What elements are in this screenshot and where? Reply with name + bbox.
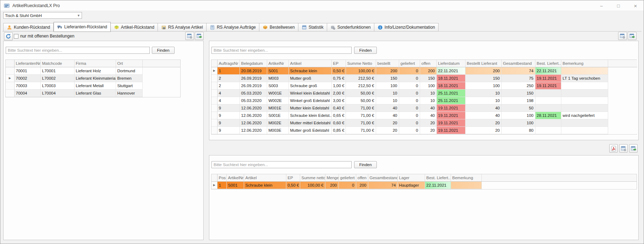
suppliers-find-button[interactable]: Finden <box>152 47 175 54</box>
table-row[interactable]: 226.09.2019M003Mutter groß0,75 €212,50 €… <box>211 74 637 82</box>
cell: 19.11.2021 <box>436 126 465 134</box>
column-header-ep[interactable]: EP <box>286 174 300 181</box>
column-header-matchcode[interactable]: Matchcode <box>40 60 74 67</box>
column-header-summe-netto[interactable]: Summe netto <box>300 174 325 181</box>
cell: S001E <box>267 112 288 119</box>
column-header-bestellt[interactable]: bestellt <box>376 60 399 67</box>
cell: 100,00 € <box>300 181 325 189</box>
table-row[interactable]: 912.06.2020M002EMutter mittel Edelstahl0… <box>211 119 637 126</box>
supplier-grid-settings-button[interactable] <box>185 32 194 40</box>
column-header-ort[interactable]: Ort <box>116 60 142 67</box>
column-header-auftragsnr[interactable]: AuftragsNr <box>217 60 240 67</box>
table-row[interactable]: 70004L70004Lieferant GlasHannover <box>6 89 180 97</box>
pdf-export-icon <box>611 146 617 152</box>
table-row[interactable]: 226.09.2019S003Schraube groß1,00 €212,50… <box>211 82 637 89</box>
tab-statistik[interactable]: Statistik <box>298 23 327 32</box>
row-filler <box>608 104 637 112</box>
column-header-bestellt-lieferant[interactable]: Bestellt Lieferant <box>465 60 501 67</box>
cell: 4 <box>217 97 240 104</box>
column-header-offen[interactable]: offen <box>356 174 368 181</box>
table-row[interactable]: 70001L70001Lieferant HolzDortmund <box>6 67 180 74</box>
row-filler <box>481 181 637 189</box>
tab-artikel-rückstand[interactable]: Artikel-Rückstand <box>111 23 158 32</box>
table-row[interactable]: 70003L70003Lieferant MetallStuttgart <box>6 82 180 89</box>
column-header-artikelnr[interactable]: ArtikelNr <box>267 60 288 67</box>
tab-info-lizenz-dokumentation[interactable]: Info/Lizenz/Dokumentation <box>374 23 439 32</box>
open-orders-checkbox[interactable] <box>14 34 18 39</box>
column-header-artikel[interactable]: Artikel <box>288 60 331 67</box>
orders-grid-settings-button[interactable] <box>618 32 627 40</box>
cell: 0,60 € <box>331 119 346 126</box>
cell: 200 <box>325 181 338 189</box>
analysis-article-icon <box>161 25 166 30</box>
tab-rs-analyse-artikel[interactable]: RS Analyse Artikel <box>158 23 207 32</box>
positions-grid-settings-button[interactable] <box>619 144 628 153</box>
cell: 25.11.2021 <box>436 97 465 104</box>
cell: 0,40 € <box>331 104 346 112</box>
cell: 40 <box>465 104 501 112</box>
positions-table: PosArtikelNrArtikelEPSumme nettoMengegel… <box>211 174 637 189</box>
tab-bestellwesen[interactable]: Bestellwesen <box>259 23 298 32</box>
supplier-grid-export-button[interactable] <box>195 32 204 40</box>
tab-sonderfunktionen[interactable]: Sonderfunktionen <box>327 23 374 32</box>
column-header-geliefert[interactable]: geliefert <box>399 60 420 67</box>
column-header-bemerkung[interactable]: Bemerkung <box>451 174 481 181</box>
orders-search-input[interactable] <box>211 47 352 54</box>
pdf-export-button[interactable] <box>609 144 618 153</box>
header-row: LieferantenNrMatchcodeFirmaOrt <box>6 60 180 67</box>
column-header-geliefert[interactable]: geliefert <box>338 174 356 181</box>
table-row[interactable]: 405.03.2020W001EWinkel klein Edelstahl2,… <box>211 89 637 97</box>
column-header-ep[interactable]: EP <box>331 60 346 67</box>
column-header-firma[interactable]: Firma <box>74 60 116 67</box>
cell <box>561 104 608 112</box>
close-button[interactable]: × <box>632 3 639 9</box>
cell: 70003 <box>14 82 40 89</box>
orders-grid-export-button[interactable] <box>628 32 637 40</box>
column-header-summe-netto[interactable]: Summe Netto <box>346 60 376 67</box>
table-row[interactable]: 912.06.2020M003EMutter groß Edelstahl0,8… <box>211 126 637 134</box>
grid-export-icon <box>629 33 635 39</box>
cell: 1 <box>217 181 226 189</box>
column-header-best-liefert-[interactable]: Best. Liefert... <box>425 174 451 181</box>
column-header-artikelnr[interactable]: ArtikelNr <box>226 174 244 181</box>
table-row[interactable]: ▶70002L70002Lieferant KleinmaterialBreme… <box>6 74 180 82</box>
tab-rs-analyse-aufträge[interactable]: RS Analyse Aufträge <box>207 23 259 32</box>
column-header-bemerkung[interactable]: Bemerkung <box>561 60 608 67</box>
suppliers-search-input[interactable] <box>6 47 150 54</box>
column-header-best-liefert-[interactable]: Best. Liefert... <box>535 60 561 67</box>
positions-grid-export-button[interactable] <box>629 144 638 153</box>
orders-find-button[interactable]: Finden <box>354 47 377 54</box>
refresh-button[interactable] <box>4 32 13 40</box>
tab-kunden-rückstand[interactable]: Kunden-Rückstand <box>3 23 54 32</box>
table-row[interactable]: 405.03.2020W002EWinkel groß Edelstahl3,0… <box>211 97 637 104</box>
cell: 0 <box>338 181 356 189</box>
cell: M003 <box>267 74 288 82</box>
table-row[interactable]: 912.06.2020S001ESchraube klein Edelst...… <box>211 112 637 119</box>
positions-find-button[interactable]: Finden <box>354 161 377 168</box>
cell: 0 <box>399 126 420 134</box>
tab-lieferanten-rückstand[interactable]: Lieferanten-Rückstand <box>54 22 111 32</box>
column-header-artikel[interactable]: Artikel <box>244 174 286 181</box>
column-header-lager[interactable]: Lager <box>397 174 425 181</box>
maximize-button[interactable]: □ <box>615 3 622 8</box>
table-row[interactable]: 912.06.2020M001EMutter klein Edelstahl0,… <box>211 104 637 112</box>
cell: 10 <box>465 89 501 97</box>
column-header-menge[interactable]: Menge <box>325 174 338 181</box>
cell: 80 <box>501 126 535 134</box>
column-header-lieferantennr[interactable]: LieferantenNr <box>14 60 40 67</box>
cell: 50 <box>501 104 535 112</box>
column-header-gesamtbestand[interactable]: Gesamtbestand <box>501 60 535 67</box>
column-header-lieferdatum[interactable]: Lieferdatum <box>436 60 465 67</box>
column-header-belegdatum[interactable]: Belegdatum <box>240 60 267 67</box>
positions-search-input[interactable] <box>211 161 352 168</box>
cell: 12.06.2020 <box>240 126 267 134</box>
row-indicator <box>6 89 14 97</box>
company-select[interactable]: Tisch & Stuhl GmbH ▼ <box>3 12 82 19</box>
table-row[interactable]: ▶120.08.2019S001Schraube klein0,50 €100,… <box>211 67 637 74</box>
minimize-button[interactable]: – <box>598 3 605 8</box>
column-header-pos[interactable]: Pos <box>217 174 226 181</box>
table-row[interactable]: ▶1S001Schraube klein0,50 €100,00 €200020… <box>211 181 637 189</box>
column-header-gesamtbestand[interactable]: Gesamtbestand <box>368 174 397 181</box>
column-header-offen[interactable]: offen <box>420 60 436 67</box>
cell: 150 <box>501 89 535 97</box>
